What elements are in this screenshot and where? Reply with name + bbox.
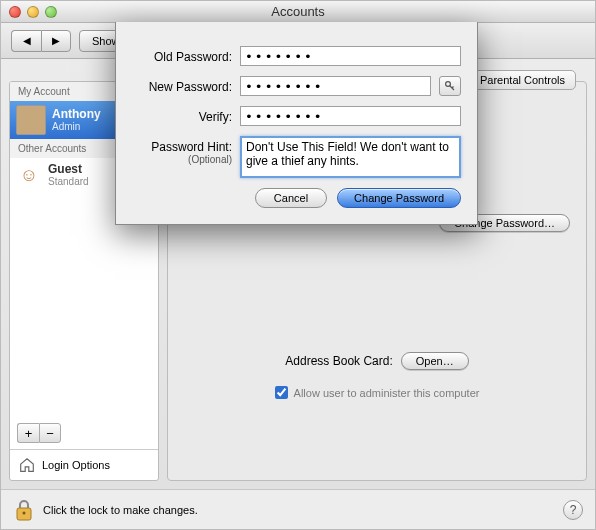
old-password-input[interactable] [240,46,461,66]
add-account-button[interactable]: + [17,423,39,443]
login-options-label: Login Options [42,459,110,471]
close-icon[interactable] [9,6,21,18]
add-remove-buttons: + − [17,423,61,443]
password-hint-input[interactable] [240,136,461,178]
window-title: Accounts [1,4,595,19]
guest-icon: ☺ [16,162,42,188]
password-assistant-button[interactable] [439,76,461,96]
change-password-confirm-button[interactable]: Change Password [337,188,461,208]
verify-label: Verify: [132,106,232,124]
change-password-sheet: Old Password: New Password: Verify: Pass… [115,22,478,225]
lock-icon[interactable] [13,498,35,522]
help-button[interactable]: ? [563,500,583,520]
account-name: Anthony [52,108,101,121]
remove-account-button[interactable]: − [39,423,61,443]
titlebar: Accounts [1,1,595,23]
new-password-input[interactable] [240,76,431,96]
svg-point-1 [23,511,26,514]
back-button[interactable]: ◀ [11,30,41,52]
footer: Click the lock to make changes. ? [1,489,595,529]
account-role: Admin [52,121,101,132]
admin-checkbox-label: Allow user to administer this computer [294,387,480,399]
window-controls [9,6,57,18]
cancel-button[interactable]: Cancel [255,188,327,208]
old-password-label: Old Password: [132,46,232,64]
new-password-label: New Password: [132,76,232,94]
house-icon [18,456,36,474]
admin-checkbox[interactable] [275,386,288,399]
open-address-book-button[interactable]: Open… [401,352,469,370]
account-name: Guest [48,163,89,176]
admin-checkbox-row: Allow user to administer this computer [180,386,574,399]
login-options[interactable]: Login Options [10,449,158,480]
account-role: Standard [48,176,89,187]
key-icon [444,80,456,92]
address-book-label: Address Book Card: [285,354,392,368]
hint-label: Password Hint: (Optional) [132,136,232,165]
accounts-window: Accounts ◀ ▶ Show All My Account Anthony… [0,0,596,530]
minimize-icon[interactable] [27,6,39,18]
nav-buttons: ◀ ▶ [11,30,71,52]
avatar [16,105,46,135]
forward-button[interactable]: ▶ [41,30,71,52]
tab-parental-controls[interactable]: Parental Controls [469,70,576,90]
lock-text: Click the lock to make changes. [43,504,198,516]
zoom-icon[interactable] [45,6,57,18]
verify-password-input[interactable] [240,106,461,126]
